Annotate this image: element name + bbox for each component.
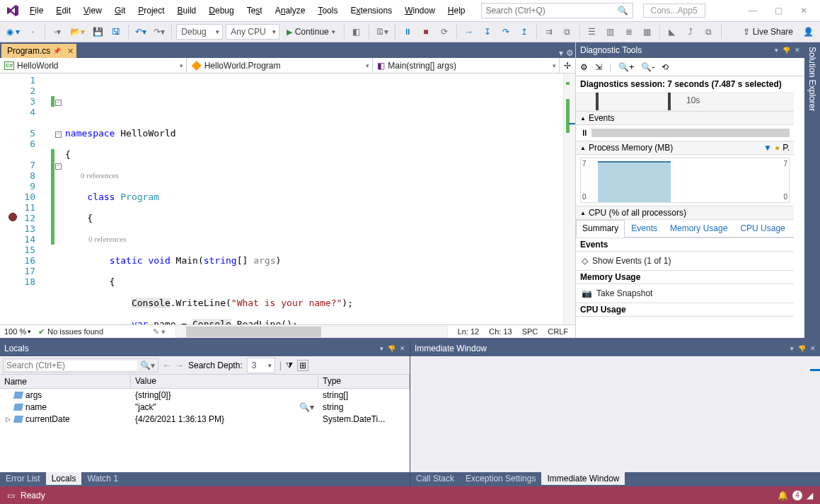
- close-button[interactable]: ✕: [792, 2, 816, 19]
- tb-icon-5[interactable]: ☰: [584, 24, 600, 40]
- diag-tab-cpu[interactable]: CPU Usage: [734, 220, 791, 237]
- continue-button[interactable]: ▶Continue ▾: [282, 24, 340, 40]
- step-into-button[interactable]: ↧: [480, 24, 495, 40]
- visualizer-icon[interactable]: 🔍▾: [299, 402, 314, 412]
- view-icon[interactable]: ⊞: [297, 360, 308, 371]
- open-file-button[interactable]: 📂▾: [68, 24, 87, 40]
- immed-close-icon[interactable]: ✕: [810, 345, 816, 352]
- tab-immediate-window[interactable]: Immediate Window: [541, 472, 625, 485]
- menu-tools[interactable]: Tools: [312, 3, 343, 18]
- reset-zoom-icon[interactable]: ⟲: [662, 62, 669, 72]
- gear-icon[interactable]: ⚙: [580, 62, 588, 72]
- horizontal-scrollbar[interactable]: [175, 326, 447, 338]
- solution-explorer-tab[interactable]: Solution Explorer: [804, 42, 820, 338]
- zoom-control[interactable]: 100 %▾: [4, 327, 31, 336]
- platform-select[interactable]: Any CPU: [226, 24, 279, 40]
- tb-icon-2[interactable]: 🖻▾: [374, 24, 391, 40]
- issues-indicator[interactable]: ✔No issues found: [38, 327, 103, 336]
- tb-icon-6[interactable]: ▥: [603, 24, 618, 40]
- export-icon[interactable]: ⇲: [595, 62, 602, 72]
- tb-icon-10[interactable]: ⧉: [701, 24, 717, 40]
- bookmark-button[interactable]: ◣: [664, 24, 680, 40]
- step-over-button[interactable]: ↷: [498, 24, 514, 40]
- diag-close-icon[interactable]: ✕: [795, 47, 800, 54]
- menu-edit[interactable]: Edit: [50, 3, 76, 18]
- tab-locals[interactable]: Locals: [46, 472, 82, 485]
- outline-column[interactable]: − − −: [55, 74, 65, 324]
- nav-project[interactable]: C#HelloWorld: [0, 58, 187, 73]
- locals-search[interactable]: 🔍▾: [3, 358, 158, 373]
- stop-button[interactable]: ■: [418, 24, 434, 40]
- immediate-content[interactable]: [410, 356, 820, 472]
- diag-dropdown-icon[interactable]: ▾: [775, 47, 778, 54]
- events-section-header[interactable]: ▲Events: [576, 111, 794, 125]
- immed-pin-icon[interactable]: 👎: [798, 345, 806, 352]
- quicklaunch-input[interactable]: [486, 6, 628, 16]
- save-button[interactable]: 💾: [90, 24, 105, 40]
- menu-view[interactable]: View: [78, 3, 108, 18]
- depth-select[interactable]: 3: [247, 358, 275, 373]
- locals-row[interactable]: ▷currentDate {4/26/2021 1:36:13 PM} Syst…: [0, 413, 410, 425]
- undo-button[interactable]: ↶▾: [133, 24, 149, 40]
- close-icon[interactable]: ✕: [67, 47, 74, 56]
- tab-settings-icon[interactable]: ⚙: [566, 48, 574, 58]
- col-name[interactable]: Name: [0, 375, 131, 388]
- split-editor-button[interactable]: ✢: [560, 58, 575, 73]
- nav-member[interactable]: ◧Main(string[] args): [373, 58, 560, 73]
- tab-program-cs[interactable]: Program.cs 📌 ✕: [1, 44, 76, 58]
- diag-tab-memory[interactable]: Memory Usage: [664, 220, 734, 237]
- tab-exception-settings[interactable]: Exception Settings: [460, 472, 541, 485]
- account-button[interactable]: 👤: [800, 24, 816, 40]
- nav-class[interactable]: 🔶HelloWorld.Program: [187, 58, 374, 73]
- step-next-button[interactable]: →: [461, 24, 477, 40]
- lineending-indicator[interactable]: CRLF: [548, 327, 568, 336]
- redo-button[interactable]: ↷▾: [151, 24, 167, 40]
- locals-row[interactable]: args {string[0]} string[]: [0, 389, 410, 401]
- locals-search-input[interactable]: [6, 361, 137, 370]
- col-value[interactable]: Value: [131, 375, 318, 388]
- menu-help[interactable]: Help: [442, 3, 471, 18]
- menu-project[interactable]: Project: [132, 3, 170, 18]
- menu-git[interactable]: Git: [109, 3, 131, 18]
- diag-tab-summary[interactable]: Summary: [576, 220, 625, 238]
- tab-watch1[interactable]: Watch 1: [81, 472, 124, 485]
- locals-pin-icon[interactable]: 👎: [388, 345, 395, 352]
- col-type[interactable]: Type: [318, 375, 410, 388]
- breakpoint-icon[interactable]: [8, 213, 17, 221]
- nav-fwd-button[interactable]: ◦: [25, 24, 40, 40]
- tb-icon-9[interactable]: ⤴: [683, 24, 698, 40]
- new-project-button[interactable]: ▫▾: [50, 24, 65, 40]
- indent-indicator[interactable]: SPC: [522, 327, 538, 336]
- zoom-in-icon[interactable]: 🔍+: [618, 62, 634, 72]
- menu-test[interactable]: Test: [241, 3, 268, 18]
- locals-dropdown-icon[interactable]: ▾: [380, 345, 383, 352]
- tab-error-list[interactable]: Error List: [0, 472, 46, 485]
- nav-back-icon[interactable]: ←: [163, 361, 171, 370]
- chevron-down-icon[interactable]: ▼: [763, 143, 772, 153]
- tb-icon-7[interactable]: ≣: [621, 24, 637, 40]
- save-all-button[interactable]: 🖫: [108, 24, 124, 40]
- menu-extensions[interactable]: Extensions: [345, 3, 398, 18]
- maximize-button[interactable]: ▢: [766, 2, 790, 19]
- immed-dropdown-icon[interactable]: ▾: [790, 345, 794, 352]
- resize-grip-icon[interactable]: ◢: [807, 491, 813, 500]
- locals-close-icon[interactable]: ✕: [400, 345, 405, 352]
- nav-fwd-icon[interactable]: →: [175, 361, 184, 370]
- filter-icon[interactable]: ⧩: [286, 361, 293, 370]
- tb-icon-3[interactable]: ⇉: [541, 24, 557, 40]
- notifications-icon[interactable]: 🔔: [778, 491, 788, 500]
- break-all-button[interactable]: ⏸: [400, 24, 415, 40]
- config-select[interactable]: Debug: [176, 24, 223, 40]
- diag-tab-events[interactable]: Events: [625, 220, 664, 237]
- tb-icon-8[interactable]: ▦: [640, 24, 655, 40]
- liveshare-button[interactable]: ⇪ Live Share: [739, 27, 797, 37]
- vertical-scrollbar[interactable]: [563, 74, 575, 324]
- quicklaunch-search[interactable]: 🔍: [481, 3, 633, 18]
- zoom-out-icon[interactable]: 🔍-: [641, 62, 654, 72]
- restart-button[interactable]: ⟳: [437, 24, 452, 40]
- show-events-link[interactable]: ◇Show Events (1 of 1): [576, 252, 794, 270]
- take-snapshot-link[interactable]: 📷Take Snapshot: [576, 284, 794, 303]
- step-out-button[interactable]: ↥: [516, 24, 532, 40]
- locals-row[interactable]: name "jack"🔍▾ string: [0, 401, 410, 413]
- pin-icon[interactable]: 📌: [53, 47, 61, 54]
